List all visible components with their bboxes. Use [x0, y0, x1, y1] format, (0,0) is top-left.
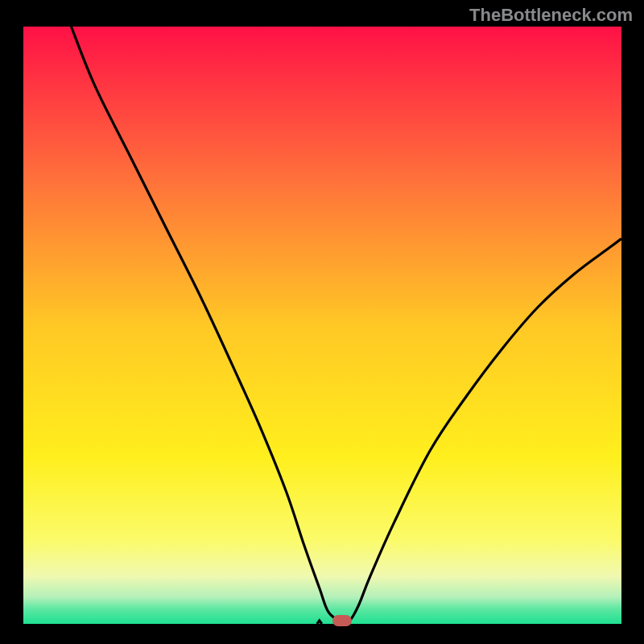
chart-frame: TheBottleneck.com	[0, 0, 644, 644]
bottleneck-marker	[332, 615, 352, 626]
plot-svg	[23, 27, 621, 624]
plot-area	[23, 27, 621, 624]
gradient-background	[23, 27, 621, 624]
attribution-text: TheBottleneck.com	[469, 5, 633, 26]
